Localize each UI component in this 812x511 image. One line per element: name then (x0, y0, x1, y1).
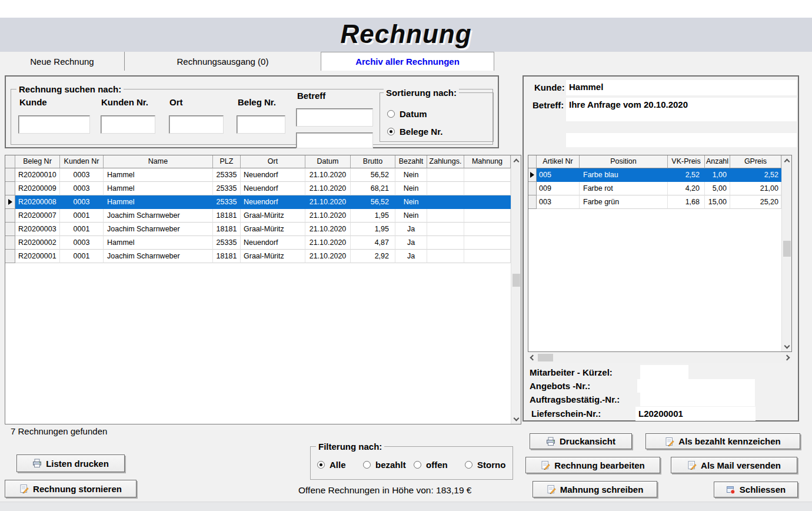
table-cell (464, 209, 511, 223)
table-row[interactable]: 005Farbe blau2,521,002,52 (528, 168, 791, 182)
sort-option-belege-nr[interactable]: Belege Nr. (387, 127, 442, 137)
radio-belege-nr-icon[interactable] (387, 128, 395, 135)
position-table: Artikel NrPositionVK-PreisAnzahlGPreis 0… (528, 155, 792, 352)
table-row[interactable]: 003Farbe grün1,6815,0025,20 (528, 195, 791, 209)
table-cell: 0003 (60, 236, 104, 250)
detail-betreff-field[interactable]: Ihre Anfrage vom 20.10.2020 (566, 98, 797, 121)
beleg-nr-input[interactable] (237, 115, 285, 134)
druckansicht-button[interactable]: Druckansicht (530, 433, 632, 449)
mitarbeiter-kuerzel-label: Mitarbeiter - Kürzel: (530, 367, 613, 377)
kunde-input[interactable] (18, 115, 90, 134)
column-header[interactable]: Ort (241, 155, 305, 168)
auftragsbestaetig-nr-field[interactable] (640, 393, 755, 406)
invoice-table-vscrollbar[interactable] (511, 155, 521, 424)
listen-drucken-button[interactable]: Listen drucken (16, 454, 125, 472)
betreff-input-2[interactable] (296, 132, 373, 148)
filter-option-storno[interactable]: Storno (465, 460, 505, 470)
betreff-input[interactable] (296, 108, 373, 127)
schliessen-button[interactable]: Schliessen (714, 482, 798, 497)
column-header[interactable]: Beleg Nr (15, 155, 60, 168)
table-cell (427, 250, 464, 263)
edit-icon (687, 460, 697, 470)
column-header[interactable]: Artikel Nr (537, 155, 580, 168)
column-header[interactable]: VK-Preis (668, 155, 705, 168)
table-cell: 0001 (60, 209, 104, 223)
scroll-left-icon[interactable] (528, 353, 538, 363)
sort-option-datum[interactable]: Datum (387, 109, 427, 119)
table-cell: 21.10.2020 (305, 209, 351, 223)
kunde-label: Kunde (19, 97, 47, 107)
rechnung-bearbeiten-button[interactable]: Rechnung bearbeiten (525, 457, 660, 473)
detail-extra-field[interactable] (566, 133, 797, 147)
scroll-down-icon[interactable] (782, 341, 792, 350)
table-row[interactable]: R202000090003Hammel25335Neuendorf21.10.2… (5, 182, 521, 195)
kunden-nr-input[interactable] (101, 115, 155, 134)
table-cell: Graal-Müritz (241, 209, 305, 223)
detail-kunde-field[interactable]: Hammel (566, 80, 797, 95)
ort-input[interactable] (169, 115, 224, 134)
table-cell: Graal-Müritz (241, 250, 305, 263)
mahnung-schreiben-button[interactable]: Mahnung schreiben (533, 481, 657, 497)
radio-alle-icon[interactable] (317, 461, 325, 469)
radio-storno-icon[interactable] (465, 461, 472, 469)
row-indicator-cell (5, 195, 15, 209)
table-row[interactable]: R202000030001Joachim Scharnweber18181Gra… (5, 223, 521, 236)
mitarbeiter-kuerzel-field[interactable] (640, 365, 688, 379)
table-row[interactable]: R202000100003Hammel25335Neuendorf21.10.2… (5, 168, 521, 182)
angebots-nr-field[interactable] (637, 379, 755, 393)
scroll-right-icon[interactable] (782, 353, 792, 363)
vscroll-thumb[interactable] (783, 241, 791, 257)
radio-belege-nr-label: Belege Nr. (400, 127, 442, 137)
column-header[interactable]: Datum (305, 155, 351, 168)
als-bezahlt-kennzeichen-button[interactable]: Als bezahlt kennzeichen (645, 433, 800, 449)
table-cell: Neuendorf (241, 182, 305, 195)
radio-datum-icon[interactable] (387, 110, 395, 118)
column-header[interactable]: Anzahl (705, 155, 730, 168)
table-row[interactable]: R202000010001Joachim Scharnweber18181Gra… (5, 250, 521, 263)
tab-neue-rechnung[interactable]: Neue Rechnung (0, 52, 125, 71)
position-table-vscrollbar[interactable] (781, 155, 791, 351)
table-row[interactable]: R202000070001Joachim Scharnweber18181Gra… (5, 209, 521, 223)
vscroll-thumb[interactable] (513, 274, 520, 287)
filter-option-bezahlt[interactable]: bezahlt (363, 460, 406, 470)
tab-archiv-aller-rechnungen[interactable]: Archiv aller Rechnungen (321, 52, 494, 71)
radio-bezahlt-icon[interactable] (363, 461, 371, 469)
beleg-nr-label: Beleg Nr. (238, 97, 276, 107)
table-row[interactable]: R202000020003Hammel25335Neuendorf21.10.2… (5, 236, 521, 250)
column-header[interactable]: Kunden Nr (60, 155, 104, 168)
scroll-up-icon[interactable] (511, 157, 521, 166)
lieferschein-nr-field[interactable]: L20200001 (635, 407, 756, 421)
table-cell: Neuendorf (241, 195, 305, 209)
column-header[interactable]: Name (104, 155, 213, 168)
table-row[interactable]: R202000080003Hammel25335Neuendorf21.10.2… (5, 195, 521, 209)
table-cell: Farbe blau (580, 168, 668, 182)
column-header[interactable]: PLZ (213, 155, 241, 168)
table-cell: Graal-Müritz (241, 223, 305, 236)
position-table-hscrollbar[interactable] (528, 353, 792, 363)
table-cell (427, 168, 464, 182)
column-header[interactable]: Position (580, 155, 668, 168)
filter-option-alle[interactable]: Alle (317, 460, 346, 470)
column-header[interactable]: GPreis (730, 155, 781, 168)
table-cell: 21.10.2020 (305, 250, 351, 263)
invoice-table-body: R202000100003Hammel25335Neuendorf21.10.2… (5, 168, 521, 263)
table-cell: Hammel (104, 182, 213, 195)
hscroll-thumb[interactable] (538, 354, 553, 361)
table-cell: Joachim Scharnweber (104, 223, 213, 236)
printer-icon (32, 459, 42, 468)
tab-rechnungsausgang[interactable]: Rechnungsausgang (0) (125, 52, 321, 71)
scroll-down-icon[interactable] (511, 413, 521, 423)
filter-option-offen[interactable]: offen (414, 460, 448, 470)
row-indicator-cell (528, 195, 537, 209)
column-header[interactable]: Zahlungs. (427, 155, 464, 168)
rechnung-stornieren-button[interactable]: Rechnung stornieren (5, 480, 137, 497)
column-header[interactable]: Brutto (351, 155, 395, 168)
table-cell: 2,52 (668, 168, 705, 182)
als-mail-versenden-button[interactable]: Als Mail versenden (671, 457, 797, 473)
scroll-up-icon[interactable] (782, 157, 792, 166)
radio-offen-icon[interactable] (414, 461, 421, 469)
column-header[interactable]: Bezahlt (395, 155, 427, 168)
column-header[interactable]: Mahnung (464, 155, 511, 168)
row-indicator-cell (5, 168, 15, 182)
table-row[interactable]: 009Farbe rot4,205,0021,00 (528, 182, 791, 195)
